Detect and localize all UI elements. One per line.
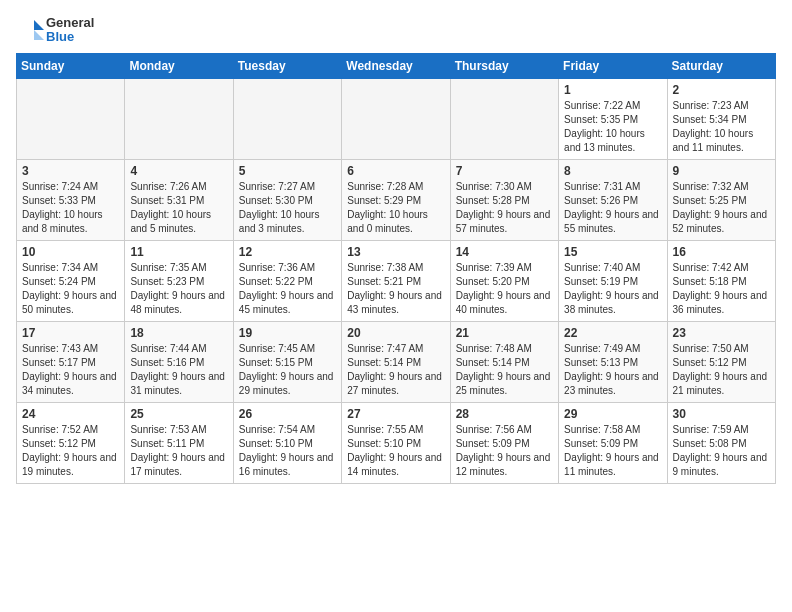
svg-marker-0 bbox=[34, 20, 44, 30]
calendar-cell: 13Sunrise: 7:38 AMSunset: 5:21 PMDayligh… bbox=[342, 240, 450, 321]
svg-marker-1 bbox=[34, 30, 44, 40]
day-info: Sunrise: 7:55 AMSunset: 5:10 PMDaylight:… bbox=[347, 423, 444, 479]
calendar-cell: 28Sunrise: 7:56 AMSunset: 5:09 PMDayligh… bbox=[450, 402, 558, 483]
calendar-cell: 4Sunrise: 7:26 AMSunset: 5:31 PMDaylight… bbox=[125, 159, 233, 240]
day-number: 15 bbox=[564, 245, 661, 259]
week-row-2: 3Sunrise: 7:24 AMSunset: 5:33 PMDaylight… bbox=[17, 159, 776, 240]
day-number: 6 bbox=[347, 164, 444, 178]
day-info: Sunrise: 7:38 AMSunset: 5:21 PMDaylight:… bbox=[347, 261, 444, 317]
weekday-header-friday: Friday bbox=[559, 53, 667, 78]
calendar-table: SundayMondayTuesdayWednesdayThursdayFrid… bbox=[16, 53, 776, 484]
day-number: 14 bbox=[456, 245, 553, 259]
calendar-cell: 14Sunrise: 7:39 AMSunset: 5:20 PMDayligh… bbox=[450, 240, 558, 321]
day-number: 7 bbox=[456, 164, 553, 178]
day-number: 18 bbox=[130, 326, 227, 340]
calendar-cell: 9Sunrise: 7:32 AMSunset: 5:25 PMDaylight… bbox=[667, 159, 775, 240]
day-info: Sunrise: 7:53 AMSunset: 5:11 PMDaylight:… bbox=[130, 423, 227, 479]
day-number: 9 bbox=[673, 164, 770, 178]
day-number: 16 bbox=[673, 245, 770, 259]
calendar-cell: 22Sunrise: 7:49 AMSunset: 5:13 PMDayligh… bbox=[559, 321, 667, 402]
day-info: Sunrise: 7:49 AMSunset: 5:13 PMDaylight:… bbox=[564, 342, 661, 398]
day-number: 21 bbox=[456, 326, 553, 340]
day-number: 26 bbox=[239, 407, 336, 421]
day-info: Sunrise: 7:35 AMSunset: 5:23 PMDaylight:… bbox=[130, 261, 227, 317]
day-number: 25 bbox=[130, 407, 227, 421]
calendar-cell: 12Sunrise: 7:36 AMSunset: 5:22 PMDayligh… bbox=[233, 240, 341, 321]
calendar-cell: 16Sunrise: 7:42 AMSunset: 5:18 PMDayligh… bbox=[667, 240, 775, 321]
calendar-cell: 20Sunrise: 7:47 AMSunset: 5:14 PMDayligh… bbox=[342, 321, 450, 402]
week-row-3: 10Sunrise: 7:34 AMSunset: 5:24 PMDayligh… bbox=[17, 240, 776, 321]
weekday-header-saturday: Saturday bbox=[667, 53, 775, 78]
day-info: Sunrise: 7:43 AMSunset: 5:17 PMDaylight:… bbox=[22, 342, 119, 398]
calendar-cell: 24Sunrise: 7:52 AMSunset: 5:12 PMDayligh… bbox=[17, 402, 125, 483]
calendar-cell bbox=[233, 78, 341, 159]
day-info: Sunrise: 7:56 AMSunset: 5:09 PMDaylight:… bbox=[456, 423, 553, 479]
calendar-cell: 26Sunrise: 7:54 AMSunset: 5:10 PMDayligh… bbox=[233, 402, 341, 483]
day-number: 8 bbox=[564, 164, 661, 178]
calendar-cell: 11Sunrise: 7:35 AMSunset: 5:23 PMDayligh… bbox=[125, 240, 233, 321]
calendar-cell: 7Sunrise: 7:30 AMSunset: 5:28 PMDaylight… bbox=[450, 159, 558, 240]
calendar-cell: 5Sunrise: 7:27 AMSunset: 5:30 PMDaylight… bbox=[233, 159, 341, 240]
day-number: 3 bbox=[22, 164, 119, 178]
day-info: Sunrise: 7:27 AMSunset: 5:30 PMDaylight:… bbox=[239, 180, 336, 236]
calendar-cell: 25Sunrise: 7:53 AMSunset: 5:11 PMDayligh… bbox=[125, 402, 233, 483]
day-number: 4 bbox=[130, 164, 227, 178]
day-info: Sunrise: 7:45 AMSunset: 5:15 PMDaylight:… bbox=[239, 342, 336, 398]
day-number: 27 bbox=[347, 407, 444, 421]
logo-general-text: General bbox=[46, 16, 94, 30]
day-info: Sunrise: 7:36 AMSunset: 5:22 PMDaylight:… bbox=[239, 261, 336, 317]
weekday-header-tuesday: Tuesday bbox=[233, 53, 341, 78]
calendar-cell: 15Sunrise: 7:40 AMSunset: 5:19 PMDayligh… bbox=[559, 240, 667, 321]
day-number: 20 bbox=[347, 326, 444, 340]
day-info: Sunrise: 7:39 AMSunset: 5:20 PMDaylight:… bbox=[456, 261, 553, 317]
day-number: 17 bbox=[22, 326, 119, 340]
calendar-cell bbox=[342, 78, 450, 159]
day-info: Sunrise: 7:30 AMSunset: 5:28 PMDaylight:… bbox=[456, 180, 553, 236]
page-header: General Blue bbox=[16, 16, 776, 45]
day-info: Sunrise: 7:24 AMSunset: 5:33 PMDaylight:… bbox=[22, 180, 119, 236]
calendar-cell: 18Sunrise: 7:44 AMSunset: 5:16 PMDayligh… bbox=[125, 321, 233, 402]
calendar-cell bbox=[125, 78, 233, 159]
day-info: Sunrise: 7:34 AMSunset: 5:24 PMDaylight:… bbox=[22, 261, 119, 317]
day-number: 28 bbox=[456, 407, 553, 421]
calendar-cell bbox=[450, 78, 558, 159]
day-number: 11 bbox=[130, 245, 227, 259]
calendar-cell: 17Sunrise: 7:43 AMSunset: 5:17 PMDayligh… bbox=[17, 321, 125, 402]
day-info: Sunrise: 7:52 AMSunset: 5:12 PMDaylight:… bbox=[22, 423, 119, 479]
calendar-cell: 30Sunrise: 7:59 AMSunset: 5:08 PMDayligh… bbox=[667, 402, 775, 483]
calendar-cell: 27Sunrise: 7:55 AMSunset: 5:10 PMDayligh… bbox=[342, 402, 450, 483]
day-info: Sunrise: 7:59 AMSunset: 5:08 PMDaylight:… bbox=[673, 423, 770, 479]
day-info: Sunrise: 7:32 AMSunset: 5:25 PMDaylight:… bbox=[673, 180, 770, 236]
calendar-cell: 29Sunrise: 7:58 AMSunset: 5:09 PMDayligh… bbox=[559, 402, 667, 483]
day-info: Sunrise: 7:31 AMSunset: 5:26 PMDaylight:… bbox=[564, 180, 661, 236]
day-number: 29 bbox=[564, 407, 661, 421]
day-number: 13 bbox=[347, 245, 444, 259]
logo: General Blue bbox=[16, 16, 94, 45]
day-info: Sunrise: 7:48 AMSunset: 5:14 PMDaylight:… bbox=[456, 342, 553, 398]
day-info: Sunrise: 7:28 AMSunset: 5:29 PMDaylight:… bbox=[347, 180, 444, 236]
calendar-cell: 8Sunrise: 7:31 AMSunset: 5:26 PMDaylight… bbox=[559, 159, 667, 240]
calendar-cell: 2Sunrise: 7:23 AMSunset: 5:34 PMDaylight… bbox=[667, 78, 775, 159]
day-info: Sunrise: 7:44 AMSunset: 5:16 PMDaylight:… bbox=[130, 342, 227, 398]
day-number: 19 bbox=[239, 326, 336, 340]
weekday-header-row: SundayMondayTuesdayWednesdayThursdayFrid… bbox=[17, 53, 776, 78]
calendar-cell: 19Sunrise: 7:45 AMSunset: 5:15 PMDayligh… bbox=[233, 321, 341, 402]
day-info: Sunrise: 7:54 AMSunset: 5:10 PMDaylight:… bbox=[239, 423, 336, 479]
day-number: 24 bbox=[22, 407, 119, 421]
day-number: 23 bbox=[673, 326, 770, 340]
logo-blue-text: Blue bbox=[46, 30, 94, 44]
logo-svg bbox=[16, 16, 44, 44]
day-info: Sunrise: 7:47 AMSunset: 5:14 PMDaylight:… bbox=[347, 342, 444, 398]
week-row-5: 24Sunrise: 7:52 AMSunset: 5:12 PMDayligh… bbox=[17, 402, 776, 483]
week-row-1: 1Sunrise: 7:22 AMSunset: 5:35 PMDaylight… bbox=[17, 78, 776, 159]
calendar-cell: 10Sunrise: 7:34 AMSunset: 5:24 PMDayligh… bbox=[17, 240, 125, 321]
day-info: Sunrise: 7:22 AMSunset: 5:35 PMDaylight:… bbox=[564, 99, 661, 155]
day-info: Sunrise: 7:58 AMSunset: 5:09 PMDaylight:… bbox=[564, 423, 661, 479]
day-info: Sunrise: 7:40 AMSunset: 5:19 PMDaylight:… bbox=[564, 261, 661, 317]
calendar-cell: 21Sunrise: 7:48 AMSunset: 5:14 PMDayligh… bbox=[450, 321, 558, 402]
day-number: 12 bbox=[239, 245, 336, 259]
weekday-header-sunday: Sunday bbox=[17, 53, 125, 78]
weekday-header-wednesday: Wednesday bbox=[342, 53, 450, 78]
day-number: 1 bbox=[564, 83, 661, 97]
calendar-cell: 1Sunrise: 7:22 AMSunset: 5:35 PMDaylight… bbox=[559, 78, 667, 159]
